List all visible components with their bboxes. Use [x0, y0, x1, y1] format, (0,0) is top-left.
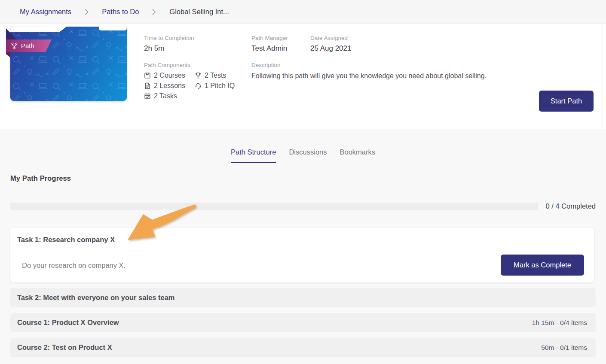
cutoff-white-chip: [10, 27, 67, 32]
document-icon: [144, 82, 151, 89]
progress-bar: [10, 203, 538, 210]
headset-icon: [195, 82, 202, 89]
start-path-button[interactable]: Start Path: [539, 91, 594, 112]
progress-count-label: 0 / 4 Completed: [546, 202, 596, 210]
row-title: Task 2: Meet with everyone on your sales…: [17, 294, 175, 302]
clipboard-check-icon: [144, 93, 151, 100]
breadcrumb-current-page: Global Selling Int...: [169, 8, 229, 16]
path-thumbnail: Path: [10, 27, 127, 101]
ribbon-back-fold: [6, 28, 16, 40]
structure-item-course-1[interactable]: Course 1: Product X Overview 1h 15m - 0/…: [10, 313, 596, 332]
chevron-right-icon: [84, 8, 89, 16]
component-courses: 2 Courses: [144, 71, 185, 80]
date-assigned-value: 25 Aug 2021: [310, 44, 351, 53]
breadcrumb-my-assignments[interactable]: My Assignments: [20, 8, 71, 16]
time-to-completion-label: Time to Completion: [144, 35, 251, 41]
progress-heading: My Path Progress: [10, 174, 596, 182]
structure-item-task-2[interactable]: Task 2: Meet with everyone on your sales…: [10, 288, 596, 307]
progress-row: 0 / 4 Completed: [10, 202, 596, 210]
component-tasks: 2 Tasks: [144, 92, 185, 100]
component-lessons-label: 2 Lessons: [154, 82, 185, 90]
path-components-label: Path Components: [144, 62, 251, 68]
tab-discussions[interactable]: Discussions: [289, 148, 327, 163]
description-value: Following this path will give you the kn…: [251, 71, 487, 81]
cutoff-white-chip: [99, 27, 126, 30]
path-header: Path Time to Completion 2h 5m Path Manag…: [0, 24, 606, 130]
component-courses-label: 2 Courses: [154, 71, 185, 80]
structure-item-task-1-expanded[interactable]: Task 1: Research company X Do your resea…: [10, 228, 594, 282]
task-1-title: Task 1: Research company X: [17, 236, 587, 244]
path-badge-label: Path: [21, 42, 34, 49]
date-assigned-label: Date Assigned: [310, 35, 351, 41]
pattern-icons: [10, 27, 127, 101]
component-pitch-iq-label: 1 Pitch IQ: [205, 82, 235, 90]
tab-bar: Path Structure Discussions Bookmarks: [10, 130, 596, 163]
structure-item-course-2[interactable]: Course 2: Test on Product X 50m - 0/1 it…: [10, 338, 596, 357]
branch-icon: [11, 42, 18, 49]
component-tests-label: 2 Tests: [205, 71, 226, 80]
component-tasks-label: 2 Tasks: [154, 92, 177, 100]
path-manager-label: Path Manager: [251, 35, 310, 41]
path-type-badge: Path: [6, 39, 52, 52]
row-meta: 1h 15m - 0/4 items: [532, 319, 587, 327]
row-meta: 50m - 0/1 items: [541, 344, 587, 352]
breadcrumb: My Assignments Paths to Do Global Sellin…: [0, 0, 606, 24]
component-lessons: 2 Lessons: [144, 82, 185, 90]
trophy-icon: [195, 72, 202, 79]
component-pitch-iq: 1 Pitch IQ: [195, 82, 235, 90]
book-icon: [144, 72, 151, 79]
breadcrumb-paths-to-do[interactable]: Paths to Do: [102, 8, 139, 16]
path-thumbnail-background: [10, 27, 127, 101]
ribbon-bottom-fold: [6, 52, 10, 58]
mark-as-complete-button[interactable]: Mark as Complete: [501, 255, 584, 276]
chevron-right-icon: [152, 8, 156, 16]
scrollbar-track[interactable]: [603, 24, 603, 130]
description-label: Description: [251, 62, 487, 68]
time-to-completion-value: 2h 5m: [144, 44, 251, 53]
tab-path-structure[interactable]: Path Structure: [231, 148, 276, 163]
component-tests: 2 Tests: [195, 71, 235, 80]
row-title: Course 2: Test on Product X: [17, 343, 112, 352]
path-content: Path Structure Discussions Bookmarks My …: [0, 130, 606, 364]
row-title: Course 1: Product X Overview: [17, 318, 119, 327]
path-manager-value: Test Admin: [251, 44, 310, 53]
tab-bookmarks[interactable]: Bookmarks: [340, 148, 375, 163]
path-meta: Time to Completion 2h 5m Path Manager Te…: [127, 27, 606, 130]
